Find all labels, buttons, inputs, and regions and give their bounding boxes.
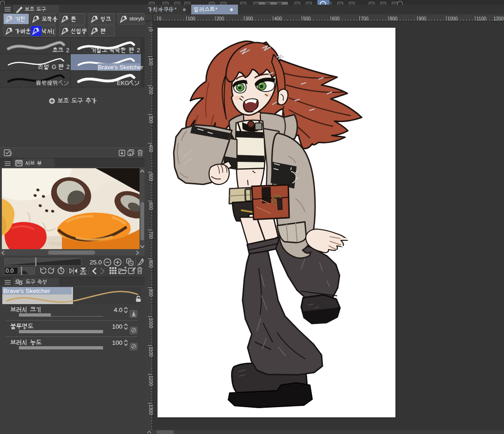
svg-text:2: 2: [66, 47, 69, 54]
svg-text:100: 100: [188, 16, 195, 21]
svg-text:400: 400: [148, 145, 153, 153]
svg-text:(: (: [53, 28, 55, 35]
svg-text:*: *: [215, 6, 218, 13]
svg-text:500: 500: [303, 16, 311, 21]
svg-text:200: 200: [217, 16, 225, 21]
svg-text:500: 500: [148, 173, 153, 181]
svg-text:2: 2: [66, 64, 69, 70]
svg-text:900: 900: [419, 16, 426, 21]
svg-text:900: 900: [148, 289, 153, 297]
svg-text:2: 2: [137, 47, 140, 54]
svg-text:600: 600: [332, 16, 340, 21]
svg-text:300: 300: [148, 116, 153, 123]
svg-text:EKG: EKG: [117, 80, 129, 86]
svg-text:800: 800: [390, 16, 398, 21]
svg-text:200: 200: [148, 87, 153, 95]
svg-text:800: 800: [148, 260, 153, 268]
svg-text:0: 0: [148, 29, 153, 32]
svg-text:0: 0: [159, 16, 162, 21]
svg-text:700: 700: [361, 16, 369, 21]
svg-text:700: 700: [148, 231, 153, 239]
svg-text:1200: 1200: [493, 16, 504, 21]
svg-text:400: 400: [274, 16, 282, 21]
svg-text:*: *: [175, 6, 177, 13]
svg-text:600: 600: [148, 202, 153, 210]
svg-text:G: G: [52, 64, 56, 70]
svg-text:300: 300: [245, 16, 253, 21]
svg-text:100: 100: [148, 58, 153, 66]
